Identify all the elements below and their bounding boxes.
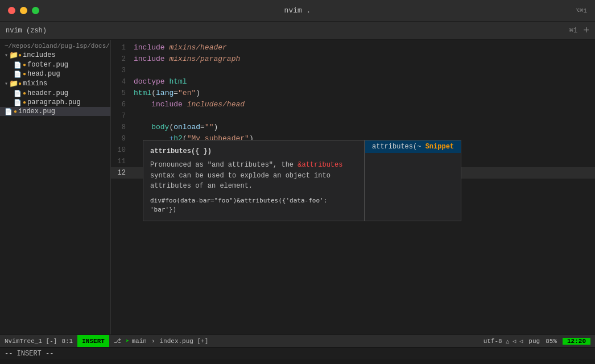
branch-label: main: [131, 338, 146, 345]
bottom-bar: -- INSERT --: [0, 347, 595, 359]
status-position-text: 8:1: [61, 338, 73, 345]
insert-mode-indicator: INSERT: [77, 335, 109, 347]
code-line-7: 7: [111, 110, 595, 122]
status-right: utf-8 △ ◁ ◁ pug 85% 12:20: [484, 338, 590, 345]
encoding-label: utf-8: [484, 338, 502, 345]
status-encoding: utf-8 △ ◁ ◁: [484, 338, 523, 345]
modified-indicator: ●: [23, 100, 26, 106]
header-pug-label: header.pug: [27, 89, 68, 97]
sidebar-item-mixins[interactable]: ▾ 📁 ● mixins: [0, 78, 110, 89]
window-title: nvim .: [284, 6, 311, 15]
arrow-separator: ›: [151, 338, 155, 345]
file-icon: 📄: [5, 108, 13, 115]
line-number-2: 2: [113, 54, 134, 65]
line-number-5: 5: [113, 88, 134, 99]
branch-name: ➤ main: [126, 337, 147, 345]
folder-mixins-label: mixins: [23, 80, 47, 88]
line-number-3: 3: [113, 65, 134, 76]
sidebar-item-index-pug[interactable]: 📄 ● index.pug: [0, 107, 110, 116]
ac-item-label: attributes(~: [372, 143, 421, 151]
line-number-1: 1: [113, 43, 134, 53]
status-filetype: pug: [528, 338, 540, 345]
tree-root: ~/Repos/Goland/pug-lsp/docs/subj: [0, 42, 110, 50]
main-container: ~/Repos/Goland/pug-lsp/docs/subj ▾ 📁 ● i…: [0, 40, 595, 334]
tab-shortcut: ⌘1: [569, 26, 577, 35]
sidebar-item-head-pug[interactable]: 📄 ● head.pug: [0, 69, 110, 78]
ac-snippet-label: Snippet: [425, 143, 454, 151]
add-tab-button[interactable]: +: [583, 25, 589, 36]
line-number-8: 8: [113, 122, 134, 133]
status-bar: NvimTree_1 [-] 8:1 INSERT ⎇ ➤ main › ind…: [0, 334, 595, 347]
autocomplete-doc-code: div#foo(data-bar="foo")&attributes({'dat…: [150, 196, 357, 215]
modified-indicator: ●: [23, 90, 26, 97]
autocomplete-doc-title: attributes({ }): [150, 146, 357, 156]
tab-title[interactable]: nvim (zsh): [6, 27, 47, 35]
maximize-button[interactable]: [32, 7, 39, 14]
nvimtree-status: NvimTree_1 [-]: [5, 338, 57, 345]
window-shortcut: ⌥⌘1: [576, 7, 587, 14]
footer-pug-label: footer.pug: [27, 61, 68, 69]
sidebar-item-footer-pug[interactable]: 📄 ● footer.pug: [0, 60, 110, 69]
doc-body-2: syntax can be used to explode an object …: [150, 172, 330, 191]
status-file: index.pug [+]: [159, 338, 208, 345]
modified-indicator: ●: [18, 81, 22, 87]
folder-icon: 📁: [9, 79, 18, 88]
delta-icon: △ ◁ ◁: [506, 338, 523, 345]
line-number-12: 12: [113, 168, 134, 179]
line-number-10: 10: [113, 145, 134, 156]
title-bar: nvim . ⌥⌘1: [0, 0, 595, 22]
folder-arrow-icon: ▾: [5, 80, 8, 87]
status-cursor-position: 12:20: [563, 338, 590, 345]
line-number-11: 11: [113, 156, 134, 167]
minimize-button[interactable]: [20, 7, 27, 14]
line-number-9: 9: [113, 134, 134, 144]
code-text-3: [134, 65, 138, 76]
code-line-4: 4 doctype html: [111, 76, 595, 88]
code-line-8: 8 body(onload=""): [111, 122, 595, 133]
code-line-3: 3: [111, 65, 595, 76]
modified-indicator: ●: [23, 62, 26, 68]
status-percent: 85%: [546, 338, 557, 345]
code-text-6: include includes/head: [134, 99, 245, 110]
modified-indicator: ●: [23, 71, 26, 77]
insert-mode-text: -- INSERT --: [5, 350, 53, 358]
editor-area[interactable]: 1 include mixins/header 2 include mixins…: [111, 40, 595, 334]
sidebar-item-includes[interactable]: ▾ 📁 ● includes: [0, 50, 110, 60]
file-icon: 📄: [14, 90, 22, 97]
file-icon: 📄: [14, 61, 22, 69]
tab-bar: nvim (zsh) ⌘1 +: [0, 22, 595, 40]
code-text-5: html(lang="en"): [134, 88, 200, 98]
tree-root-label: ~/Repos/Goland/pug-lsp/docs/subj: [5, 43, 111, 49]
autocomplete-popup: attributes({ }) Pronounced as "and attri…: [143, 140, 461, 221]
paragraph-pug-label: paragraph.pug: [27, 98, 81, 106]
code-line-6: 6 include includes/head: [111, 99, 595, 110]
code-text-4: doctype html: [134, 76, 187, 87]
doc-body-1: Pronounced as "and attributes", the: [150, 161, 298, 169]
folder-arrow-icon: ▾: [5, 52, 8, 59]
head-pug-label: head.pug: [27, 70, 60, 78]
modified-indicator: ●: [18, 52, 22, 59]
code-line-1: 1 include mixins/header: [111, 42, 595, 53]
modified-indicator: ●: [14, 109, 17, 115]
folder-includes-label: includes: [23, 51, 56, 59]
line-number-7: 7: [113, 111, 134, 122]
branch-icon: ⎇: [114, 337, 121, 345]
file-icon: 📄: [14, 71, 22, 78]
tab-right: ⌘1 +: [569, 25, 589, 36]
code-line-5: 5 html(lang="en"): [111, 88, 595, 99]
code-text-2: include mixins/paragraph: [134, 53, 240, 64]
doc-amp: &attributes: [298, 161, 342, 169]
autocomplete-list[interactable]: attributes(~ Snippet: [365, 140, 461, 221]
file-tree: ~/Repos/Goland/pug-lsp/docs/subj ▾ 📁 ● i…: [0, 40, 111, 334]
autocomplete-item[interactable]: attributes(~ Snippet: [365, 140, 461, 153]
sidebar-item-header-pug[interactable]: 📄 ● header.pug: [0, 89, 110, 98]
code-line-2: 2 include mixins/paragraph: [111, 53, 595, 65]
branch-arrow: ➤: [126, 337, 130, 345]
line-number-4: 4: [113, 77, 134, 88]
code-text-7: [134, 110, 138, 121]
close-button[interactable]: [8, 7, 15, 14]
sidebar-item-paragraph-pug[interactable]: 📄 ● paragraph.pug: [0, 98, 110, 107]
traffic-lights: [8, 7, 39, 14]
autocomplete-doc: attributes({ }) Pronounced as "and attri…: [143, 140, 365, 221]
index-pug-label: index.pug: [18, 107, 55, 115]
